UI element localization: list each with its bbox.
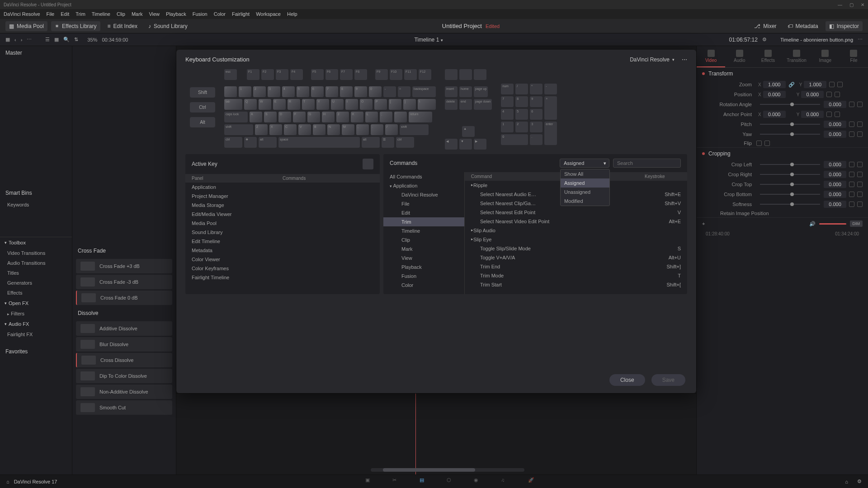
cmd-slip-audio[interactable]: ▸ Slip Audio <box>465 226 687 235</box>
audio-transitions[interactable]: Audio Transitions <box>0 258 72 268</box>
key-g[interactable]: G <box>307 112 320 122</box>
panel-project-manager[interactable]: Project Manager <box>185 192 380 201</box>
crop-left-slider[interactable] <box>760 164 820 165</box>
key-5[interactable]: 5 <box>297 86 309 97</box>
zoom-x-input[interactable]: 1.000 <box>763 81 786 88</box>
tree-application[interactable]: ▾ Application <box>383 181 464 190</box>
page-deliver[interactable]: 🚀 <box>528 477 537 486</box>
key-numpad-6[interactable]: 6 <box>530 109 542 120</box>
keyframe-icon[interactable] <box>849 182 854 187</box>
menu-view[interactable]: View <box>149 11 160 17</box>
reset-icon[interactable] <box>837 82 843 87</box>
tab-image[interactable]: Image <box>811 46 840 67</box>
key-numpad-8[interactable]: 8 <box>515 96 528 107</box>
key-numpad-5[interactable]: 5 <box>515 109 528 120</box>
key-x[interactable]: X <box>269 124 282 135</box>
tree-file[interactable]: File <box>383 199 464 208</box>
ctrl-modifier[interactable]: Ctrl <box>190 102 215 113</box>
page-fusion[interactable]: ⬡ <box>447 477 456 486</box>
mixer-button[interactable]: ⎇ Mixer <box>750 21 780 31</box>
panel-color-viewer[interactable]: Color Viewer <box>185 255 380 264</box>
key-y[interactable]: Y <box>316 99 329 110</box>
key-j[interactable]: J <box>336 112 349 122</box>
key-6[interactable]: 6 <box>311 86 324 97</box>
crop-top-slider[interactable] <box>760 184 820 185</box>
key-f10[interactable]: F10 <box>390 69 402 80</box>
more-icon[interactable]: ⋯ <box>27 37 32 42</box>
crossfade-0[interactable]: Cross Fade 0 dB <box>76 291 172 305</box>
audiofx-header[interactable]: ▾Audio FX <box>0 319 72 329</box>
panel-color-keyframes[interactable]: Color Keyframes <box>185 264 380 273</box>
link-icon[interactable]: 🔗 <box>788 82 795 88</box>
fairlightfx-item[interactable]: Fairlight FX <box>0 329 72 339</box>
home-nav-icon[interactable]: ⌂ <box>845 479 848 484</box>
cmd-toggle-va[interactable]: Toggle V+A/V/AAlt+U <box>465 253 687 262</box>
key-grave[interactable]: ` <box>224 86 237 97</box>
cmd-trim-start[interactable]: Trim StartShift+[ <box>465 280 687 289</box>
more-icon[interactable]: ⋯ <box>682 56 687 63</box>
panel-application[interactable]: Application <box>185 183 380 192</box>
key-tab[interactable]: tab <box>224 99 242 110</box>
key-p[interactable]: P <box>374 99 387 110</box>
panel-sound-library[interactable]: Sound Library <box>185 228 380 237</box>
cmd-trim-end[interactable]: Trim EndShift+] <box>465 262 687 271</box>
tab-transition[interactable]: Transition <box>783 46 811 67</box>
key-f2[interactable]: F2 <box>261 69 274 80</box>
key-f3[interactable]: F3 <box>276 69 288 80</box>
tree-fusion[interactable]: Fusion <box>383 272 464 281</box>
cropping-header[interactable]: Cropping <box>697 148 868 160</box>
menu-playback[interactable]: Playback <box>166 11 186 17</box>
keyframe-icon[interactable] <box>826 92 832 97</box>
flip-h-icon[interactable] <box>756 141 762 146</box>
menu-trim[interactable]: Trim <box>75 11 85 17</box>
panel-metadata[interactable]: Metadata <box>185 246 380 255</box>
filter-show-all[interactable]: Show All <box>561 169 609 178</box>
tree-trim[interactable]: Trim <box>383 217 464 226</box>
flip-v-icon[interactable] <box>764 141 770 146</box>
add-marker-icon[interactable]: + <box>702 221 705 226</box>
key-down[interactable]: ▼ <box>459 139 472 150</box>
tab-audio[interactable]: Audio <box>725 46 754 67</box>
crop-left-input[interactable]: 0.000 <box>824 161 846 168</box>
reset-icon[interactable] <box>835 112 840 117</box>
key-d[interactable]: D <box>278 112 291 122</box>
key-f1[interactable]: F1 <box>247 69 259 80</box>
key-numpad-mul[interactable]: * <box>530 84 542 94</box>
project-settings-icon[interactable]: ⚙ <box>857 479 862 484</box>
zoom-y-input[interactable]: 1.000 <box>804 81 826 88</box>
key-slash[interactable]: / <box>385 124 398 135</box>
key-w[interactable]: W <box>259 99 271 110</box>
menu-davinci[interactable]: DaVinci Resolve <box>4 11 40 17</box>
cmd-select-edit[interactable]: Select Nearest Edit PointV <box>465 208 687 217</box>
blur-dissolve[interactable]: Blur Dissolve <box>76 337 172 352</box>
key-h[interactable]: H <box>322 112 335 122</box>
key-n[interactable]: N <box>327 124 340 135</box>
tree-timeline[interactable]: Timeline <box>383 226 464 235</box>
key-numlock[interactable]: num <box>501 84 514 94</box>
playhead[interactable] <box>415 394 416 474</box>
key-1[interactable]: 1 <box>239 86 251 97</box>
filter-unassigned[interactable]: Unassigned <box>561 188 609 197</box>
key-numpad-2[interactable]: 2 <box>515 122 528 132</box>
menu-help[interactable]: Help <box>287 11 297 17</box>
key-numpad-7[interactable]: 7 <box>501 96 514 107</box>
volume-slider[interactable] <box>819 223 846 225</box>
dip-to-color[interactable]: Dip To Color Dissolve <box>76 369 172 383</box>
key-left[interactable]: ◀ <box>445 139 458 150</box>
keywords-item[interactable]: Keywords <box>0 200 72 210</box>
key-shift-l[interactable]: shift <box>224 124 253 135</box>
cmd-toggle-slip[interactable]: Toggle Slip/Slide ModeS <box>465 244 687 253</box>
filter-dropdown[interactable]: Assigned Show All Assigned Unassigned Mo… <box>560 159 609 168</box>
additive-dissolve[interactable]: Additive Dissolve <box>76 321 172 336</box>
reset-icon[interactable] <box>857 122 863 127</box>
key-r[interactable]: R <box>288 99 300 110</box>
sound-library-button[interactable]: ♪ Sound Library <box>145 21 191 31</box>
reset-icon[interactable] <box>857 172 863 177</box>
key-o[interactable]: O <box>360 99 373 110</box>
key-numpad-div[interactable]: / <box>515 84 528 94</box>
key-win[interactable]: ❖ <box>244 137 257 148</box>
crop-bottom-input[interactable]: 0.000 <box>824 191 846 198</box>
smooth-cut[interactable]: Smooth Cut <box>76 400 172 415</box>
key-numpad-1[interactable]: 1 <box>501 122 514 132</box>
page-fairlight[interactable]: ♫ <box>501 477 510 486</box>
